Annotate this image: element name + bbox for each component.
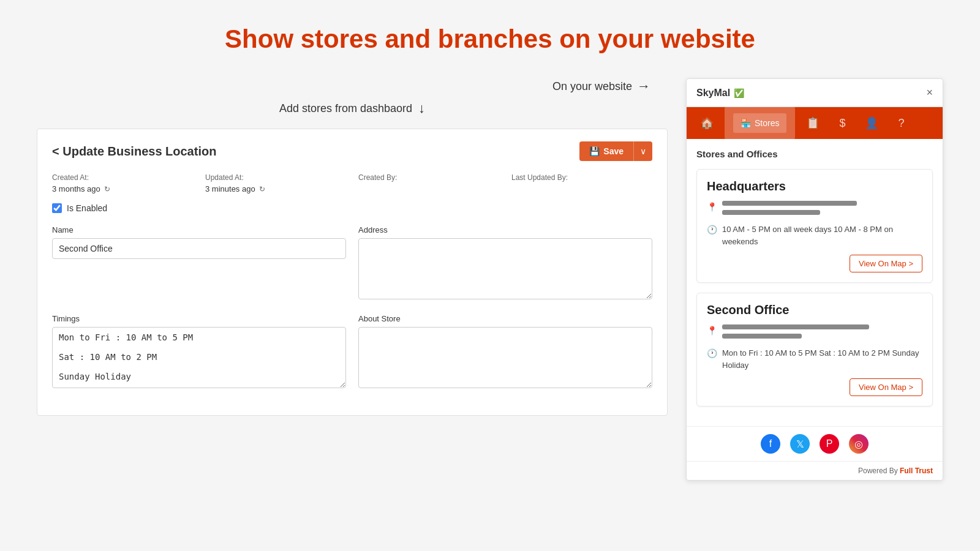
hq-view-map-row: View On Map > [707,255,922,272]
nav-help[interactable]: ? [889,111,913,136]
stores-nav-label: Stores [755,118,779,128]
timings-textarea[interactable]: Mon to Fri : 10 AM to 5 PM Sat : 10 AM t… [52,327,346,388]
hq-view-map-button[interactable]: View On Map > [850,255,922,272]
updated-at-meta: Updated At: 3 minutes ago ↻ [205,173,346,193]
save-icon: 💾 [589,146,600,156]
second-office-address-blurred [722,324,869,341]
form-grid-top: Name Address [52,225,652,302]
right-panel: SkyMal ✅ × 🏠 🏪 Stores 📋 $ [686,78,943,481]
address-group: Address [358,225,652,302]
stores-nav-icon: 🏪 [741,118,751,128]
timings-label: Timings [52,314,346,323]
second-office-name: Second Office [707,303,922,317]
back-link-label: < Update Business Location [52,144,216,158]
is-enabled-checkbox[interactable] [52,203,62,213]
created-at-meta: Created At: 3 months ago ↻ [52,173,193,193]
second-office-view-map-row: View On Map > [707,378,922,396]
created-at-refresh-icon[interactable]: ↻ [104,185,110,193]
timings-group: Timings Mon to Fri : 10 AM to 5 PM Sat :… [52,314,346,391]
back-link[interactable]: < Update Business Location [52,144,216,159]
last-updated-meta: Last Updated By: [511,173,652,193]
widget-social: f 𝕏 P ◎ [687,426,943,461]
facebook-icon[interactable]: f [761,434,780,454]
twitter-icon[interactable]: 𝕏 [790,434,810,454]
widget-header: SkyMal ✅ × [687,79,943,107]
brand-name: SkyMal [696,88,730,99]
last-updated-label: Last Updated By: [511,173,652,182]
instagram-icon[interactable]: ◎ [849,434,869,454]
updated-at-label: Updated At: [205,173,346,182]
hq-pin-icon: 📍 [707,202,717,212]
second-office-address-line1 [722,324,869,329]
footer-text: Powered By [858,467,900,475]
widget-brand: SkyMal ✅ [696,88,744,99]
website-label: On your website [552,80,632,93]
form-panel: < Update Business Location 💾 Save ∨ [37,129,668,416]
header-actions: 💾 Save ∨ [579,141,652,161]
nav-stores[interactable]: 🏪 Stores [725,107,795,139]
hq-address-blurred [722,201,857,217]
second-office-timings-text: Mon to Fri : 10 AM to 5 PM Sat : 10 AM t… [722,347,922,371]
nav-calendar[interactable]: 📋 [797,110,828,136]
down-arrow-icon: ↓ [418,100,425,116]
second-office-address-line2 [722,334,802,339]
updated-at-refresh-icon[interactable]: ↻ [259,185,265,193]
created-at-value: 3 months ago ↻ [52,184,193,193]
about-group: About Store [358,314,652,391]
second-office-card: Second Office 📍 🕐 Mon to Fri : 10 AM to … [696,293,933,407]
save-dropdown-button[interactable]: ∨ [633,141,652,161]
second-office-pin-icon: 📍 [707,326,717,335]
chevron-down-icon: ∨ [640,146,646,156]
widget-nav: 🏠 🏪 Stores 📋 $ 👤 ? [687,107,943,139]
created-by-meta: Created By: [358,173,499,193]
hq-address-detail: 📍 [707,201,922,217]
section-title: Stores and Offices [696,149,933,159]
name-input[interactable] [52,238,346,259]
widget-body: Stores and Offices Headquarters 📍 [687,139,943,426]
headquarters-card: Headquarters 📍 🕐 10 AM - 5 PM on all wee… [696,169,933,283]
form-grid-bottom: Timings Mon to Fri : 10 AM to 5 PM Sat :… [52,314,652,391]
form-header: < Update Business Location 💾 Save ∨ [52,141,652,161]
nav-stores-label[interactable]: 🏪 Stores [733,113,786,133]
page-title: Show stores and branches on your website [225,24,755,54]
address-label: Address [358,225,652,234]
nav-dollar[interactable]: $ [831,111,854,136]
hq-address-line2 [722,210,820,215]
nav-home[interactable]: 🏠 [692,110,722,136]
hq-name: Headquarters [707,179,922,193]
widget-footer: Powered By Full Trust [687,461,943,480]
nav-user[interactable]: 👤 [856,110,887,136]
created-by-label: Created By: [358,173,499,182]
hq-timings-detail: 🕐 10 AM - 5 PM on all week days 10 AM - … [707,223,922,247]
save-label: Save [603,146,624,156]
content-area: On your website → Add stores from dashba… [37,78,943,481]
about-label: About Store [358,314,652,323]
hq-address-line1 [722,201,857,206]
second-office-view-map-button[interactable]: View On Map > [850,378,922,396]
hq-timings-text: 10 AM - 5 PM on all week days 10 AM - 8 … [722,223,922,247]
second-office-clock-icon: 🕐 [707,348,717,358]
meta-row: Created At: 3 months ago ↻ Updated At: 3… [52,173,652,193]
save-button[interactable]: 💾 Save [579,141,633,161]
created-at-label: Created At: [52,173,193,182]
second-office-timings-detail: 🕐 Mon to Fri : 10 AM to 5 PM Sat : 10 AM… [707,347,922,371]
page-container: Show stores and branches on your website… [0,0,980,505]
name-group: Name [52,225,346,302]
right-arrow-icon: → [637,78,650,94]
widget-container: SkyMal ✅ × 🏠 🏪 Stores 📋 $ [686,78,943,481]
dashboard-label-row: Add stores from dashbaord ↓ [37,100,668,116]
updated-at-value: 3 minutes ago ↻ [205,184,346,193]
dashboard-label: Add stores from dashbaord [279,102,412,115]
name-label: Name [52,225,346,234]
left-panel: On your website → Add stores from dashba… [37,78,668,481]
is-enabled-label: Is Enabled [67,203,107,213]
close-icon[interactable]: × [926,86,933,99]
hq-clock-icon: 🕐 [707,225,717,234]
second-office-address-detail: 📍 [707,324,922,341]
website-arrow-row: On your website → [37,78,668,94]
address-textarea[interactable] [358,238,652,299]
pinterest-icon[interactable]: P [820,434,839,454]
verified-icon: ✅ [734,88,744,98]
footer-brand[interactable]: Full Trust [900,467,933,475]
about-textarea[interactable] [358,327,652,388]
